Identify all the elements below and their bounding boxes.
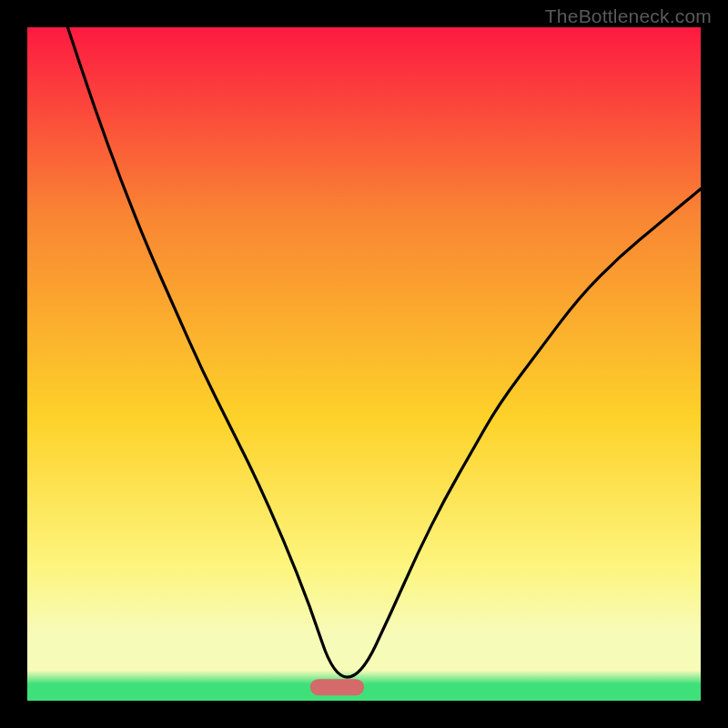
watermark-text: TheBottleneck.com [545,5,712,27]
chart-container: TheBottleneck.com [0,0,728,728]
chart-svg [27,27,701,701]
svg-rect-0 [27,27,701,701]
plot-area [27,27,701,701]
svg-rect-1 [310,679,364,695]
